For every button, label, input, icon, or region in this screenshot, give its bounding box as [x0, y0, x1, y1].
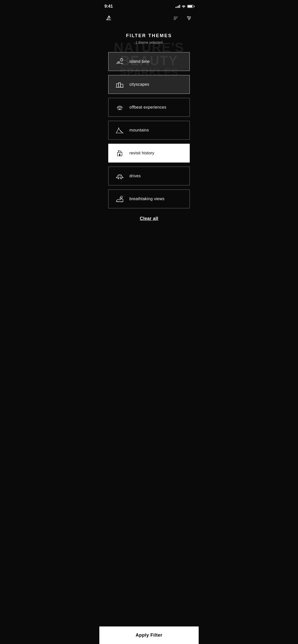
offbeat-icon — [115, 102, 125, 112]
theme-item-island-time[interactable]: island time — [108, 52, 190, 71]
svg-rect-20 — [120, 83, 120, 84]
back-arrow-icon — [104, 14, 114, 23]
theme-item-mountains[interactable]: mountains — [108, 121, 190, 140]
revisit-history-label: revisit history — [129, 151, 154, 155]
svg-point-34 — [120, 196, 123, 198]
svg-rect-30 — [120, 178, 121, 179]
svg-point-23 — [118, 128, 119, 128]
svg-rect-17 — [120, 84, 123, 87]
wifi-icon — [182, 5, 186, 8]
svg-point-10 — [189, 18, 191, 19]
theme-list: island time cityscapes — [99, 52, 199, 208]
svg-line-2 — [106, 18, 108, 20]
clear-all-button[interactable]: Clear all — [140, 216, 158, 221]
svg-rect-4 — [174, 18, 177, 19]
theme-item-drives[interactable]: drives — [108, 167, 190, 185]
cityscapes-icon — [115, 79, 125, 90]
filter-icon[interactable] — [184, 14, 194, 23]
svg-rect-29 — [118, 178, 119, 179]
svg-point-11 — [188, 19, 189, 20]
battery-icon — [187, 5, 194, 8]
offbeat-label: offbeat experiences — [129, 105, 166, 110]
svg-rect-5 — [174, 19, 176, 20]
status-bar: 9:41 — [99, 0, 199, 11]
drives-icon — [115, 171, 125, 181]
nav-bar — [99, 11, 199, 25]
mountains-label: mountains — [129, 128, 149, 133]
mountains-icon — [115, 125, 125, 135]
svg-rect-15 — [116, 84, 118, 87]
breathtaking-views-icon — [115, 194, 125, 204]
theme-item-cityscapes[interactable]: cityscapes — [108, 75, 190, 94]
theme-item-offbeat[interactable]: offbeat experiences — [108, 98, 190, 117]
signal-icon — [175, 5, 180, 8]
back-button[interactable] — [104, 14, 114, 23]
theme-item-breathtaking-views[interactable]: breathtaking views — [108, 189, 190, 208]
drives-label: drives — [129, 174, 141, 178]
svg-rect-27 — [119, 154, 120, 156]
revisit-history-icon — [115, 148, 125, 158]
svg-point-9 — [187, 16, 188, 17]
cityscapes-label: cityscapes — [129, 82, 149, 87]
filter-header: FILTER THEMES 1 theme selected — [99, 28, 199, 52]
theme-item-revisit-history[interactable]: revisit history — [108, 144, 190, 163]
island-time-icon — [115, 56, 125, 67]
svg-rect-19 — [119, 83, 119, 84]
svg-rect-3 — [174, 17, 178, 17]
status-icons — [175, 5, 194, 8]
filter-subtitle: 1 theme selected — [99, 40, 199, 45]
status-time: 9:41 — [104, 4, 113, 9]
svg-point-14 — [121, 58, 122, 59]
island-time-label: island time — [129, 59, 150, 64]
sort-icon[interactable] — [171, 14, 180, 23]
clear-all-section: Clear all — [99, 208, 199, 226]
filter-title: FILTER THEMES — [99, 33, 199, 38]
nav-right — [171, 14, 194, 23]
breathtaking-views-label: breathtaking views — [129, 197, 165, 201]
